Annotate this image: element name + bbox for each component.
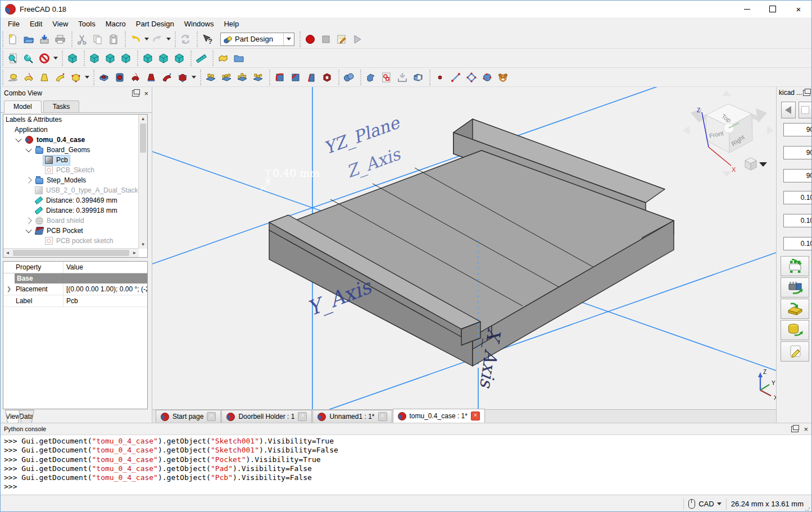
export-db-button[interactable] [781,320,809,340]
expand-chevron[interactable] [25,146,31,152]
z-axis-label[interactable]: Z_Axis [343,144,403,182]
tree-item-distance-0-399469-mm[interactable]: Distance: 0.399469 mm [3,195,139,205]
property-value[interactable]: Pcb [63,295,147,307]
fit-all-button[interactable] [5,51,21,66]
back-button[interactable] [781,102,796,118]
multitransform-button[interactable] [250,70,266,85]
pan-up-icon[interactable] [722,90,731,96]
datum-plane-button[interactable] [464,70,479,85]
undo-button[interactable] [128,31,143,47]
kicad-field-5[interactable] [783,237,812,250]
float-panel-icon[interactable] [132,90,139,97]
pan-down-icon[interactable] [722,171,731,177]
close-icon[interactable]: × [378,412,387,421]
tree-item-pcb-pocket-sketch[interactable]: PCB pocket sketch [3,236,139,246]
document-tab-unnamed1-1-[interactable]: Unnamed1 : 1*× [312,410,392,423]
menu-item-windows[interactable]: Windows [179,18,219,30]
draft-button[interactable] [303,70,319,85]
close-icon[interactable]: × [298,412,307,421]
menu-item-help[interactable]: Help [219,18,244,30]
pocket-button[interactable] [96,70,112,85]
workbench-selector[interactable]: Part Design [220,33,294,46]
datum-line-button[interactable] [448,70,464,85]
kicad-field-2[interactable] [783,169,812,182]
create-sketch-button[interactable] [379,70,394,85]
view-rear-button[interactable] [140,51,156,66]
tree-item-step-models[interactable]: Step_Models [3,175,139,185]
macro-run-button[interactable] [350,31,365,47]
view-right-button[interactable] [118,51,134,66]
chevron-down-icon[interactable] [759,162,767,167]
edit-button[interactable] [781,341,809,362]
pad-button[interactable] [5,70,21,85]
python-console-output[interactable]: >>> Gui.getDocument("tomu_0_4_case").get… [1,435,811,496]
tree-item-usb-2-0-type-a-dual-stacked-jac[interactable]: USB_2_0_type_A_Dual_Stacked_jac [3,185,139,195]
chamfer-button[interactable] [288,70,303,85]
tree-item-pcb[interactable]: Pcb [3,155,139,165]
dropdown-arrow-icon[interactable] [190,70,197,85]
open-button[interactable] [21,31,37,47]
create-group-button[interactable] [231,51,247,66]
linear-pattern-button[interactable] [219,70,234,85]
stop-button[interactable] [318,31,334,47]
fillet-button[interactable] [272,70,288,85]
3d-viewport[interactable]: 0.40 mm YZ_Plane Z_Axis Y_Axis X_Axis [152,87,776,409]
expand-chevron[interactable]: ❯ [3,284,15,295]
tree-item-application[interactable]: Application [3,125,139,135]
scroll-left-icon[interactable]: ◄ [3,249,12,257]
dropdown-arrow-icon[interactable] [52,51,58,66]
subtractive-primitive-button[interactable] [175,70,190,85]
subtractive-loft-button[interactable] [143,70,159,85]
polar-pattern-button[interactable] [234,70,250,85]
close-icon[interactable]: × [207,412,216,421]
kicad-field-3[interactable] [783,191,812,204]
fit-selection-button[interactable] [21,51,37,66]
whatsthis-button[interactable]: ? [199,31,215,47]
expand-chevron[interactable] [15,136,21,142]
menu-item-tools[interactable]: Tools [73,18,100,30]
nav-cube-menu[interactable] [745,158,767,170]
property-row-placement[interactable]: ❯Placement[(0.00 0.00 1.00); 0.00 °; (-2… [3,284,147,295]
scrollbar-thumb[interactable] [140,124,146,153]
menu-item-edit[interactable]: Edit [25,18,47,30]
pan-left-icon[interactable] [683,126,689,135]
float-panel-icon[interactable] [791,426,799,432]
redo-button[interactable] [149,31,165,47]
expand-chevron[interactable] [25,217,31,223]
tab-data[interactable]: Data [19,410,34,423]
kicad-field-0[interactable] [783,123,812,136]
tab-model[interactable]: Model [4,100,42,113]
view-front-button[interactable] [87,51,102,66]
additive-loft-button[interactable] [37,70,52,85]
mirrored-button[interactable] [203,70,219,85]
boolean-button[interactable] [341,70,357,85]
expand-chevron[interactable] [25,177,31,183]
pan-right-icon[interactable] [767,126,774,135]
revolution-button[interactable] [21,70,37,85]
document-tab-doorbell-holder-1[interactable]: Doorbell Holder : 1× [221,410,312,423]
kicad-field-4[interactable] [783,214,812,227]
menu-item-view[interactable]: View [47,18,73,30]
minimize-button[interactable] [734,1,760,17]
close-panel-icon[interactable]: × [144,90,148,97]
refresh-button[interactable] [178,31,193,47]
page-button[interactable] [799,102,812,118]
view-top-button[interactable] [102,51,118,66]
tree-item-distance-0-399918-mm[interactable]: Distance: 0.399918 mm [3,205,139,216]
kicad-field-1[interactable] [783,146,812,159]
menu-item-file[interactable]: File [3,18,25,30]
scroll-down-icon[interactable]: ▼ [139,240,147,249]
close-icon[interactable]: × [471,412,480,420]
close-button[interactable]: × [786,1,811,17]
property-group-base[interactable]: Base [3,273,147,284]
map-sketch-button[interactable] [410,70,426,85]
additive-primitive-button[interactable] [68,70,84,85]
expand-chevron[interactable] [25,227,31,233]
maximize-button[interactable] [760,1,786,17]
carbon-copy-button[interactable] [495,70,511,85]
print-button[interactable] [52,31,68,47]
load-board-button[interactable] [781,299,809,319]
thickness-button[interactable] [319,70,335,85]
create-part-button[interactable] [215,51,231,66]
tree-item-board-shield[interactable]: Board shield [3,216,139,226]
